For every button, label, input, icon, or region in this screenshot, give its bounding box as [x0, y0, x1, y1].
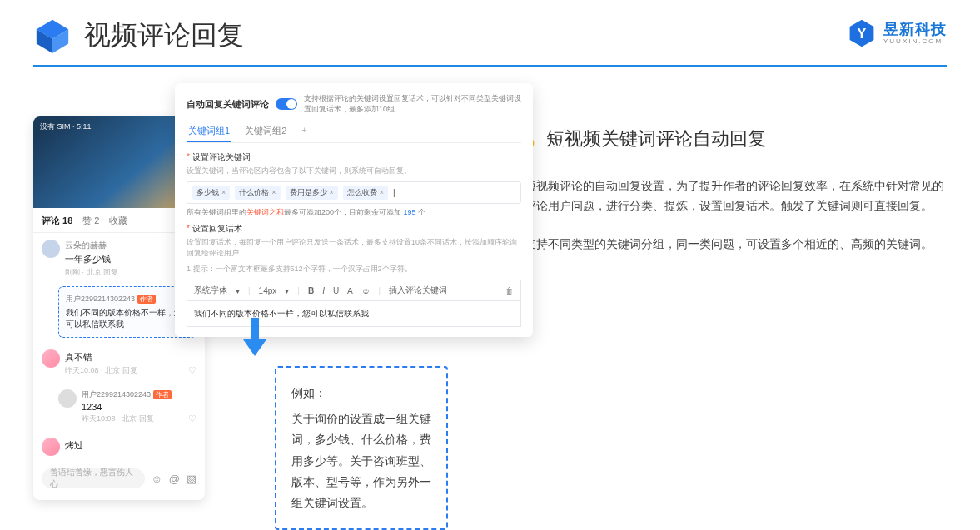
keyword-tag[interactable]: 费用是多少× — [286, 186, 338, 200]
keyword-tag[interactable]: 怎么收费× — [343, 186, 388, 200]
svg-text:Y: Y — [858, 26, 867, 41]
cube-icon — [33, 17, 72, 55]
comment-item: 用户2299214302243作者 1234 昨天10:08 · 北京 回复♡ — [33, 383, 205, 431]
bullet-text: 短视频评论的自动回复设置，为了提升作者的评论回复效率，在系统中针对常见的评论用户… — [525, 176, 947, 216]
reply-section-title: 设置回复话术 — [187, 223, 521, 235]
reply-section-hint: 设置回复话术，每回复一个用户评论只发送一条话术，最多支持设置10条不同话术，按添… — [187, 237, 521, 259]
auto-reply-desc: 支持根据评论的关键词设置回复话术，可以针对不同类型关键词设置回复话术，最多添加1… — [304, 93, 521, 115]
comment-text: 1234 — [82, 402, 196, 412]
keyword-tag[interactable]: 多少钱× — [192, 186, 230, 200]
reply-section-note: 1 提示：一个富文本框最多支持512个字符，一个汉字占用2个字符。 — [187, 264, 521, 275]
keyword-limit-text: 所有关键词组里的关键词之和最多可添加200个，目前剩余可添加 195 个 — [187, 207, 521, 218]
phone-status-bar: 没有 SIM · 5:11 — [40, 122, 92, 131]
heart-icon[interactable]: ♡ — [188, 414, 196, 424]
comment-meta: 昨天10:08 · 北京 回复 — [65, 365, 137, 376]
tab-favorites[interactable]: 收藏 — [109, 215, 127, 227]
comment-text: 真不错 — [65, 351, 196, 364]
page-title: 视频评论回复 — [84, 17, 244, 54]
insert-keyword-button[interactable]: 插入评论关键词 — [389, 285, 447, 296]
description-column: 短视频关键词评论自动回复 短视频评论的自动回复设置，为了提升作者的评论回复效率，… — [508, 83, 947, 272]
emoji-icon[interactable]: ☺ — [152, 473, 162, 485]
brand-logo: Y 昱新科技 YUUXIN.COM — [847, 18, 947, 48]
author-badge: 作者 — [137, 295, 156, 304]
rich-text-toolbar: 系统字体▾| 14px▾| B I U A̲ ☺ | 插入评论关键词 🗑 — [187, 280, 521, 300]
font-select[interactable]: 系统字体 — [194, 285, 227, 296]
avatar — [58, 389, 77, 408]
avatar — [42, 438, 60, 456]
at-icon[interactable]: @ — [169, 473, 180, 485]
reply-text: 我们不同的版本价格不一样，您可以私信联系我 — [66, 307, 189, 330]
image-icon[interactable]: ▧ — [187, 473, 196, 485]
emoji-icon[interactable]: ☺ — [361, 286, 370, 295]
comment-input[interactable]: 善语结善缘，恶言伤人心 — [42, 468, 145, 488]
bullet-text: 支持不同类型的关键词分组，同一类问题，可设置多个相近的、高频的关键词。 — [525, 235, 933, 255]
heart-icon[interactable]: ♡ — [188, 365, 196, 376]
reply-textarea[interactable]: 我们不同的版本价格不一样，您可以私信联系我 — [187, 300, 521, 327]
bullet-item: 支持不同类型的关键词分组，同一类问题，可设置多个相近的、高频的关键词。 — [508, 235, 947, 255]
bold-icon[interactable]: B — [308, 286, 314, 295]
reply-username: 用户2299214302243 — [66, 294, 135, 305]
tab-keyword-group-1[interactable]: 关键词组1 — [187, 121, 231, 142]
logo-hexagon-icon: Y — [847, 18, 877, 48]
delete-icon[interactable]: 🗑 — [505, 286, 514, 295]
author-badge: 作者 — [153, 390, 172, 399]
add-group-button[interactable]: + — [300, 121, 308, 142]
keyword-section-hint: 设置关键词，当评论区内容包含了以下关键词，则系统可自动回复。 — [187, 166, 521, 176]
tab-keyword-group-2[interactable]: 关键词组2 — [243, 121, 288, 142]
svg-marker-6 — [243, 339, 266, 356]
example-callout: 例如： 关于询价的设置成一组关键词，多少钱、什么价格，费用多少等。关于咨询班型、… — [275, 366, 448, 530]
underline-icon[interactable]: U — [333, 286, 339, 295]
size-select[interactable]: 14px — [259, 286, 277, 295]
keyword-input[interactable]: 多少钱× 什么价格× 费用是多少× 怎么收费× | — [187, 181, 521, 204]
bullet-item: 短视频评论的自动回复设置，为了提升作者的评论回复效率，在系统中针对常见的评论用户… — [508, 176, 947, 216]
keyword-section-title: 设置评论关键词 — [187, 151, 521, 163]
color-icon[interactable]: A̲ — [347, 286, 353, 295]
comment-meta: 昨天10:08 · 北京 回复 — [82, 414, 154, 424]
italic-icon[interactable]: I — [322, 286, 325, 295]
logo-text-en: YUUXIN.COM — [883, 38, 947, 45]
svg-rect-5 — [251, 318, 259, 341]
example-title: 例如： — [291, 383, 431, 404]
section-title: 短视频关键词评论自动回复 — [546, 126, 766, 151]
comment-input-row: 善语结善缘，恶言伤人心 ☺ @ ▧ — [33, 463, 205, 493]
illustration-area: 没有 SIM · 5:11 评论 18 赞 2 收藏 云朵的赫赫 一年多少钱 刚… — [33, 83, 483, 272]
comment-text: 烤过 — [65, 439, 196, 452]
comment-item: 真不错 昨天10:08 · 北京 回复♡ — [33, 343, 205, 383]
keyword-tag[interactable]: 什么价格× — [235, 186, 280, 200]
avatar — [42, 240, 60, 258]
flow-arrow-icon — [240, 318, 270, 351]
auto-reply-label: 自动回复关键词评论 — [187, 98, 269, 111]
avatar — [42, 349, 60, 368]
auto-reply-toggle[interactable] — [276, 98, 297, 110]
comment-username: 用户2299214302243 — [82, 389, 151, 400]
comment-item: 烤过 — [33, 431, 205, 463]
page-header: 视频评论回复 Y 昱新科技 YUUXIN.COM — [0, 0, 980, 55]
keyword-cursor: | — [393, 188, 395, 197]
tab-likes[interactable]: 赞 2 — [82, 215, 99, 227]
tab-comments[interactable]: 评论 18 — [42, 215, 72, 227]
logo-text-cn: 昱新科技 — [883, 22, 947, 37]
keyword-config-panel: 自动回复关键词评论 支持根据评论的关键词设置回复话术，可以针对不同类型关键词设置… — [175, 83, 533, 337]
keyword-group-tabs: 关键词组1 关键词组2 + — [187, 121, 521, 143]
example-body: 关于询价的设置成一组关键词，多少钱、什么价格，费用多少等。关于咨询班型、版本、型… — [291, 409, 431, 513]
